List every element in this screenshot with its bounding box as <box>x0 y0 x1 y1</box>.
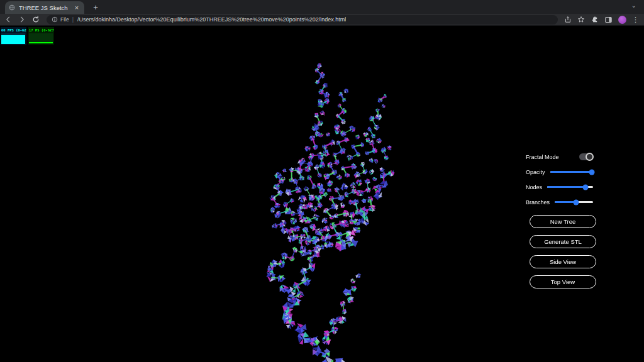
ms-label: 17 MS (0-6276891) <box>28 27 54 33</box>
ms-graph <box>29 33 53 43</box>
globe-favicon-icon <box>9 4 15 11</box>
opacity-slider[interactable] <box>550 171 593 173</box>
toggle-knob <box>586 153 594 161</box>
url-bar[interactable]: File | /Users/dokinha/Desktop/Vector%20E… <box>47 15 558 25</box>
generate-stl-button[interactable]: Generate STL <box>530 235 596 248</box>
side-view-button[interactable]: Side View <box>530 255 596 268</box>
side-panel-icon[interactable] <box>604 16 613 24</box>
top-view-button[interactable]: Top View <box>530 275 596 288</box>
share-icon[interactable] <box>564 16 572 23</box>
browser-toolbar: File | /Users/dokinha/Desktop/Vector%20E… <box>0 14 644 26</box>
opacity-slider-thumb[interactable] <box>589 169 594 175</box>
info-icon[interactable] <box>52 16 58 23</box>
tab-title: THREE JS Sketch <box>19 4 73 11</box>
browser-tab[interactable]: THREE JS Sketch × <box>5 1 84 14</box>
fps-stats-panel[interactable]: 60 FPS (0-62) <box>1 27 26 45</box>
fps-graph <box>1 33 25 44</box>
profile-avatar[interactable] <box>618 16 626 24</box>
nodes-label: Nodes <box>526 184 542 190</box>
extensions-puzzle-icon[interactable] <box>591 16 599 24</box>
back-button[interactable] <box>3 14 14 25</box>
branches-label: Branches <box>526 199 550 206</box>
new-tab-button[interactable]: + <box>91 3 101 13</box>
fractal-mode-toggle[interactable] <box>579 153 593 160</box>
branches-slider[interactable] <box>555 201 593 203</box>
tab-strip: THREE JS Sketch × + ⌄ <box>0 0 644 14</box>
page-content: 60 FPS (0-62) 17 MS (0-6276891) Fractal … <box>0 26 644 362</box>
branches-slider-thumb[interactable] <box>574 199 579 205</box>
menu-kebab-icon[interactable]: ⋮ <box>632 16 639 23</box>
chevron-down-icon[interactable]: ⌄ <box>631 2 636 9</box>
fps-label: 60 FPS (0-62) <box>1 27 26 33</box>
new-tree-button[interactable]: New Tree <box>530 215 596 228</box>
opacity-label: Opacity <box>526 169 545 175</box>
fractal-mode-label: Fractal Mode <box>526 154 559 160</box>
forward-button[interactable] <box>16 14 28 25</box>
control-panel: Fractal Mode Opacity Nodes Branches New … <box>526 153 596 295</box>
url-text[interactable]: /Users/dokinha/Desktop/Vector%20Equilibr… <box>77 16 346 23</box>
tab-close-icon[interactable]: × <box>73 4 80 11</box>
ms-stats-panel[interactable]: 17 MS (0-6276891) <box>28 27 54 45</box>
nodes-slider[interactable] <box>547 186 593 188</box>
nodes-slider-thumb[interactable] <box>583 184 589 190</box>
url-divider: | <box>72 16 74 23</box>
bookmark-star-icon[interactable] <box>577 16 585 23</box>
reload-button[interactable] <box>30 14 42 25</box>
url-scheme-label: File <box>60 16 69 23</box>
